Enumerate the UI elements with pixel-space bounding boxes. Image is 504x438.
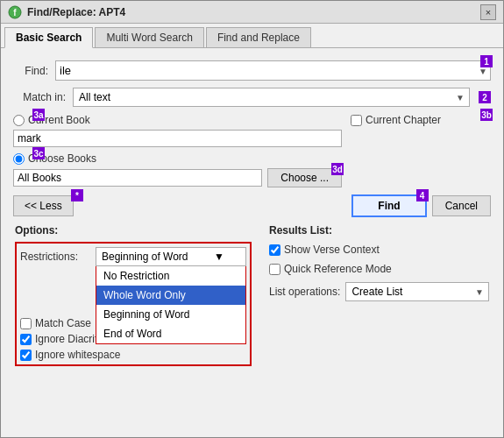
title-bar: f Find/Replace: APT4 × [1, 1, 503, 24]
find-row: Find: ▼ 1 [13, 60, 491, 81]
choose-books-radio[interactable] [13, 153, 25, 165]
content-area: Find: ▼ 1 Match in: All text ▼ 2 [1, 48, 503, 437]
quick-ref-checkbox[interactable] [269, 264, 280, 275]
current-chapter-row: Current Chapter 3b [351, 114, 491, 126]
bottom-area: Options: Restrictions: Beginning of Word… [13, 224, 491, 428]
less-button[interactable]: << Less [13, 195, 74, 216]
list-ops-row: List operations: Create List ▼ [269, 282, 489, 301]
current-book-badge: 3a [32, 109, 45, 121]
restrictions-label: Restrictions: [20, 251, 90, 263]
results-column: Results List: Show Verse Context Quick R… [269, 224, 489, 428]
choose-books-badge-d: 3d [331, 163, 344, 175]
tab-find-and-replace[interactable]: Find and Replace [206, 27, 311, 47]
current-book-row: Current Book 3a [13, 114, 342, 126]
list-ops-select-wrapper: Create List ▼ [345, 282, 489, 301]
find-input-wrapper: ▼ 1 [55, 60, 491, 81]
cancel-button[interactable]: Cancel [432, 195, 491, 216]
ignore-whitespace-label: Ignore whitespace [35, 349, 120, 361]
tabs-bar: Basic Search Multi Word Search Find and … [1, 24, 503, 48]
options-column: Options: Restrictions: Beginning of Word… [15, 224, 252, 428]
match-case-label: Match Case [35, 317, 91, 329]
show-verse-context-row: Show Verse Context [269, 244, 489, 256]
restrictions-dropdown: No Restriction Whole Word Only Beginning… [96, 266, 246, 344]
actions-row: << Less * Find 4 Cancel [13, 194, 491, 217]
ignore-whitespace-checkbox[interactable] [20, 350, 32, 361]
main-window: f Find/Replace: APT4 × Basic Search Mult… [0, 0, 504, 438]
match-in-label: Match in: [13, 91, 66, 103]
list-ops-label: List operations: [269, 286, 340, 298]
find-label: Find: [13, 65, 48, 77]
current-chapter-label: Current Chapter [366, 114, 441, 126]
choose-books-input-row: Choose ... 3d [13, 168, 342, 187]
match-in-row: Match in: All text ▼ 2 [13, 88, 491, 107]
current-chapter-badge: 3b [480, 109, 493, 121]
restrictions-current-value: Beginning of Word [102, 251, 188, 263]
window-title: Find/Replace: APT4 [27, 6, 125, 18]
restrictions-row: Restrictions: Beginning of Word ▼ No Res… [20, 247, 246, 266]
match-in-select-wrapper: All text ▼ [73, 88, 470, 107]
options-container: Restrictions: Beginning of Word ▼ No Res… [15, 242, 252, 366]
match-in-badge: 2 [479, 91, 491, 103]
current-book-field[interactable] [13, 130, 342, 147]
list-ops-select[interactable]: Create List [345, 282, 489, 301]
ignore-whitespace-row: Ignore whitespace [20, 349, 246, 361]
quick-ref-label: Quick Reference Mode [284, 263, 392, 275]
current-chapter-checkbox[interactable] [351, 115, 362, 126]
choose-books-row: Choose Books 3c [13, 152, 342, 165]
dropdown-item-no-restriction[interactable]: No Restriction [96, 266, 245, 286]
quick-ref-row: Quick Reference Mode [269, 263, 489, 275]
dropdown-item-end[interactable]: End of Word [96, 324, 245, 343]
restrictions-dropdown-trigger[interactable]: Beginning of Word ▼ [96, 247, 246, 266]
match-case-checkbox[interactable] [20, 318, 32, 329]
choose-books-badge-c: 3c [32, 147, 45, 159]
show-verse-context-checkbox[interactable] [269, 244, 280, 256]
app-icon: f [8, 5, 22, 19]
restrictions-select-wrapper: Beginning of Word ▼ No Restriction Whole… [96, 247, 246, 266]
search-targets: Current Book 3a Choose Books 3c Choose .… [13, 114, 491, 187]
less-badge: * [71, 189, 83, 201]
find-input[interactable] [55, 60, 491, 81]
find-badge: 1 [480, 55, 493, 67]
show-verse-context-label: Show Verse Context [284, 244, 380, 256]
title-bar-left: f Find/Replace: APT4 [8, 5, 125, 19]
tab-multi-word-search[interactable]: Multi Word Search [95, 27, 203, 47]
tab-basic-search[interactable]: Basic Search [4, 27, 93, 48]
current-book-radio[interactable] [13, 115, 25, 126]
results-title: Results List: [269, 224, 489, 237]
close-button[interactable]: × [480, 4, 496, 20]
find-badge-4: 4 [416, 189, 429, 201]
ignore-diacritics-checkbox[interactable] [20, 334, 32, 345]
match-in-select[interactable]: All text [73, 88, 470, 107]
restrictions-arrow-icon: ▼ [214, 251, 224, 263]
all-books-field[interactable] [13, 169, 262, 187]
dropdown-item-whole-word[interactable]: Whole Word Only [96, 286, 245, 305]
options-title: Options: [15, 224, 252, 237]
dropdown-item-beginning[interactable]: Beginning of Word [96, 305, 245, 324]
